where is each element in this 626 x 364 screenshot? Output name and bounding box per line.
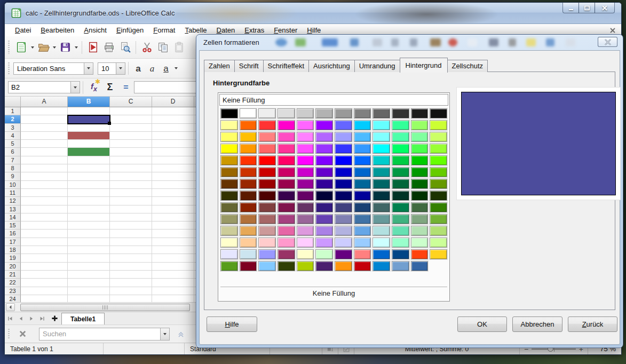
color-swatch[interactable]	[258, 202, 276, 212]
cell-a23[interactable]	[21, 287, 68, 295]
color-swatch[interactable]	[430, 108, 447, 118]
sheet-tab-tabelle1[interactable]: Tabelle1	[61, 313, 105, 325]
color-swatch[interactable]	[411, 226, 429, 236]
color-swatch[interactable]	[220, 179, 238, 189]
color-swatch[interactable]	[335, 249, 352, 259]
cell-a7[interactable]	[21, 156, 68, 164]
help-button[interactable]: Hilfe	[207, 316, 257, 332]
color-swatch[interactable]	[315, 167, 333, 177]
color-swatch[interactable]	[411, 108, 429, 118]
color-swatch[interactable]	[278, 226, 295, 236]
column-header-b[interactable]: B	[68, 97, 110, 107]
save-dropdown-icon[interactable]	[73, 39, 79, 56]
cell-a11[interactable]	[21, 189, 68, 197]
cell-a4[interactable]	[21, 132, 68, 140]
color-swatch[interactable]	[258, 214, 276, 224]
cell-a6[interactable]	[21, 148, 68, 156]
cell-d14[interactable]	[152, 213, 194, 221]
back-button[interactable]: Zurück	[568, 316, 617, 332]
color-swatch[interactable]	[220, 120, 238, 130]
cell-c14[interactable]	[110, 213, 152, 221]
color-swatch[interactable]	[315, 132, 333, 142]
color-swatch[interactable]	[411, 179, 429, 189]
color-swatch[interactable]	[278, 191, 295, 201]
color-swatch[interactable]	[220, 167, 238, 177]
color-swatch[interactable]	[354, 261, 371, 271]
color-swatch[interactable]	[278, 144, 295, 154]
color-swatch[interactable]	[335, 191, 352, 201]
row-header-22[interactable]: 22	[5, 279, 21, 287]
color-swatch[interactable]	[240, 179, 257, 189]
cell-c6[interactable]	[110, 148, 152, 156]
color-swatch[interactable]	[240, 261, 257, 271]
color-swatch[interactable]	[220, 191, 238, 201]
color-swatch[interactable]	[354, 191, 371, 201]
color-swatch[interactable]	[430, 179, 447, 189]
color-swatch[interactable]	[411, 167, 429, 177]
row-header-13[interactable]: 13	[5, 205, 21, 213]
color-swatch[interactable]	[430, 155, 447, 165]
toolbar-grip[interactable]	[7, 62, 11, 74]
row-header-12[interactable]: 12	[5, 197, 21, 205]
previous-sheet-icon[interactable]	[15, 312, 26, 325]
color-swatch[interactable]	[392, 108, 409, 118]
cell-d8[interactable]	[152, 164, 194, 172]
color-swatch[interactable]	[335, 120, 352, 130]
window-titlebar[interactable]: calc - Zellhintergrundfarbe.ods - LibreO…	[5, 3, 621, 24]
bold-icon[interactable]: a	[131, 61, 145, 75]
cell-a17[interactable]	[21, 238, 68, 246]
cell-d4[interactable]	[152, 132, 194, 140]
color-swatch[interactable]	[220, 155, 238, 165]
color-swatch[interactable]	[335, 214, 352, 224]
cell-c24[interactable]	[110, 295, 152, 302]
toolbar-grip[interactable]	[7, 329, 11, 339]
color-swatch[interactable]	[315, 249, 333, 259]
cell-b23[interactable]	[68, 287, 110, 295]
color-swatch[interactable]	[240, 202, 257, 212]
cell-c4[interactable]	[110, 132, 152, 140]
color-swatch[interactable]	[258, 238, 276, 248]
cell-d5[interactable]	[152, 140, 194, 148]
cell-b7[interactable]	[68, 156, 110, 164]
open-dropdown-icon[interactable]	[51, 39, 57, 56]
cell-a16[interactable]	[21, 230, 68, 238]
color-swatch[interactable]	[354, 249, 371, 259]
color-swatch[interactable]	[258, 261, 276, 271]
cell-d6[interactable]	[152, 148, 194, 156]
color-swatch[interactable]	[430, 132, 447, 142]
cell-b5[interactable]	[68, 140, 110, 148]
color-swatch[interactable]	[392, 179, 409, 189]
color-swatch[interactable]	[373, 249, 390, 259]
row-header-10[interactable]: 10	[5, 181, 21, 189]
color-swatch[interactable]	[258, 179, 276, 189]
color-swatch[interactable]	[354, 155, 371, 165]
color-swatch[interactable]	[392, 214, 409, 224]
new-document-icon[interactable]	[13, 39, 29, 56]
tab-umrandung[interactable]: Umrandung	[354, 60, 400, 72]
print-icon[interactable]	[101, 39, 117, 56]
column-header-a[interactable]: A	[21, 97, 68, 107]
color-swatch[interactable]	[315, 238, 333, 248]
color-swatch[interactable]	[240, 167, 257, 177]
color-swatch[interactable]	[335, 226, 352, 236]
color-swatch[interactable]	[335, 132, 352, 142]
color-swatch[interactable]	[373, 179, 390, 189]
row-header-20[interactable]: 20	[5, 263, 21, 271]
cell-c20[interactable]	[110, 263, 152, 271]
color-swatch[interactable]	[430, 226, 447, 236]
row-header-24[interactable]: 24	[5, 295, 21, 302]
cell-a2[interactable]	[21, 115, 68, 123]
cell-b2[interactable]	[68, 115, 110, 123]
color-swatch[interactable]	[315, 261, 333, 271]
color-swatch[interactable]	[315, 202, 333, 212]
cell-b24[interactable]	[68, 295, 110, 302]
color-swatch[interactable]	[278, 179, 295, 189]
cell-b6[interactable]	[68, 148, 110, 156]
color-swatch[interactable]	[297, 144, 314, 154]
color-swatch[interactable]	[220, 132, 238, 142]
add-sheet-icon[interactable]	[47, 312, 61, 325]
zoom-track[interactable]	[532, 349, 576, 350]
new-document-dropdown-icon[interactable]	[29, 39, 35, 56]
sheet-position-status[interactable]: Tabelle 1 von 1	[5, 343, 104, 354]
color-swatch[interactable]	[430, 167, 447, 177]
